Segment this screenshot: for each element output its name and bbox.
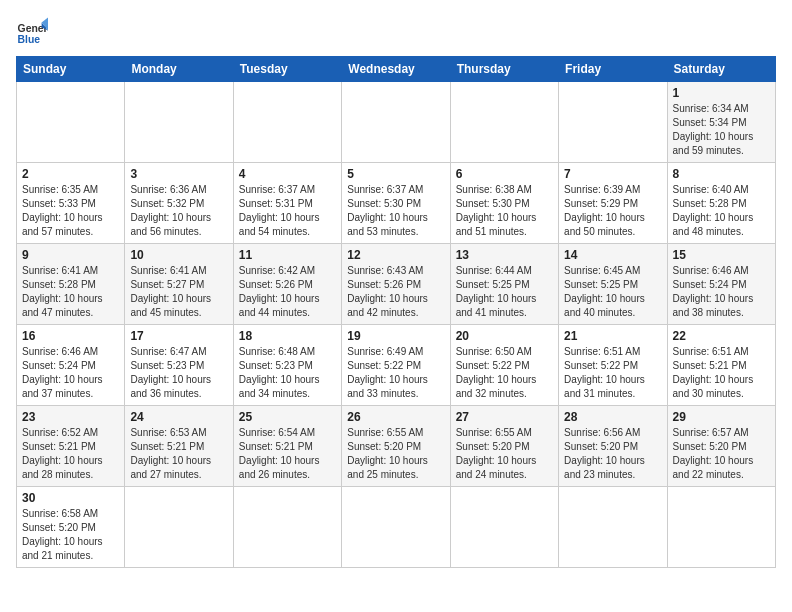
calendar-cell — [125, 487, 233, 568]
calendar-cell: 24Sunrise: 6:53 AM Sunset: 5:21 PM Dayli… — [125, 406, 233, 487]
day-info: Sunrise: 6:45 AM Sunset: 5:25 PM Dayligh… — [564, 264, 661, 320]
day-info: Sunrise: 6:46 AM Sunset: 5:24 PM Dayligh… — [22, 345, 119, 401]
calendar-cell: 9Sunrise: 6:41 AM Sunset: 5:28 PM Daylig… — [17, 244, 125, 325]
header-day-monday: Monday — [125, 57, 233, 82]
calendar-cell: 11Sunrise: 6:42 AM Sunset: 5:26 PM Dayli… — [233, 244, 341, 325]
day-info: Sunrise: 6:37 AM Sunset: 5:31 PM Dayligh… — [239, 183, 336, 239]
day-number: 22 — [673, 329, 770, 343]
day-number: 2 — [22, 167, 119, 181]
day-number: 13 — [456, 248, 553, 262]
day-number: 10 — [130, 248, 227, 262]
week-row-1: 2Sunrise: 6:35 AM Sunset: 5:33 PM Daylig… — [17, 163, 776, 244]
day-info: Sunrise: 6:58 AM Sunset: 5:20 PM Dayligh… — [22, 507, 119, 563]
day-info: Sunrise: 6:46 AM Sunset: 5:24 PM Dayligh… — [673, 264, 770, 320]
calendar-cell: 7Sunrise: 6:39 AM Sunset: 5:29 PM Daylig… — [559, 163, 667, 244]
calendar-cell: 27Sunrise: 6:55 AM Sunset: 5:20 PM Dayli… — [450, 406, 558, 487]
day-number: 25 — [239, 410, 336, 424]
day-number: 20 — [456, 329, 553, 343]
day-number: 18 — [239, 329, 336, 343]
day-number: 5 — [347, 167, 444, 181]
day-number: 24 — [130, 410, 227, 424]
logo: General Blue — [16, 16, 48, 48]
calendar-cell — [559, 487, 667, 568]
calendar-cell: 8Sunrise: 6:40 AM Sunset: 5:28 PM Daylig… — [667, 163, 775, 244]
day-info: Sunrise: 6:51 AM Sunset: 5:21 PM Dayligh… — [673, 345, 770, 401]
calendar-cell: 26Sunrise: 6:55 AM Sunset: 5:20 PM Dayli… — [342, 406, 450, 487]
day-info: Sunrise: 6:57 AM Sunset: 5:20 PM Dayligh… — [673, 426, 770, 482]
day-number: 27 — [456, 410, 553, 424]
calendar-cell: 18Sunrise: 6:48 AM Sunset: 5:23 PM Dayli… — [233, 325, 341, 406]
week-row-3: 16Sunrise: 6:46 AM Sunset: 5:24 PM Dayli… — [17, 325, 776, 406]
header: General Blue — [16, 16, 776, 48]
calendar-cell — [450, 82, 558, 163]
day-number: 8 — [673, 167, 770, 181]
calendar-cell: 13Sunrise: 6:44 AM Sunset: 5:25 PM Dayli… — [450, 244, 558, 325]
day-number: 9 — [22, 248, 119, 262]
calendar-cell: 23Sunrise: 6:52 AM Sunset: 5:21 PM Dayli… — [17, 406, 125, 487]
day-number: 23 — [22, 410, 119, 424]
day-info: Sunrise: 6:34 AM Sunset: 5:34 PM Dayligh… — [673, 102, 770, 158]
day-number: 30 — [22, 491, 119, 505]
week-row-2: 9Sunrise: 6:41 AM Sunset: 5:28 PM Daylig… — [17, 244, 776, 325]
calendar-cell: 14Sunrise: 6:45 AM Sunset: 5:25 PM Dayli… — [559, 244, 667, 325]
day-info: Sunrise: 6:38 AM Sunset: 5:30 PM Dayligh… — [456, 183, 553, 239]
calendar-cell: 16Sunrise: 6:46 AM Sunset: 5:24 PM Dayli… — [17, 325, 125, 406]
week-row-0: 1Sunrise: 6:34 AM Sunset: 5:34 PM Daylig… — [17, 82, 776, 163]
day-info: Sunrise: 6:49 AM Sunset: 5:22 PM Dayligh… — [347, 345, 444, 401]
day-info: Sunrise: 6:39 AM Sunset: 5:29 PM Dayligh… — [564, 183, 661, 239]
calendar-cell: 21Sunrise: 6:51 AM Sunset: 5:22 PM Dayli… — [559, 325, 667, 406]
day-info: Sunrise: 6:56 AM Sunset: 5:20 PM Dayligh… — [564, 426, 661, 482]
day-number: 6 — [456, 167, 553, 181]
header-day-saturday: Saturday — [667, 57, 775, 82]
calendar-cell — [233, 82, 341, 163]
day-info: Sunrise: 6:41 AM Sunset: 5:28 PM Dayligh… — [22, 264, 119, 320]
day-number: 26 — [347, 410, 444, 424]
week-row-5: 30Sunrise: 6:58 AM Sunset: 5:20 PM Dayli… — [17, 487, 776, 568]
day-info: Sunrise: 6:48 AM Sunset: 5:23 PM Dayligh… — [239, 345, 336, 401]
day-info: Sunrise: 6:54 AM Sunset: 5:21 PM Dayligh… — [239, 426, 336, 482]
day-number: 3 — [130, 167, 227, 181]
week-row-4: 23Sunrise: 6:52 AM Sunset: 5:21 PM Dayli… — [17, 406, 776, 487]
calendar-cell: 15Sunrise: 6:46 AM Sunset: 5:24 PM Dayli… — [667, 244, 775, 325]
calendar-cell — [17, 82, 125, 163]
day-number: 21 — [564, 329, 661, 343]
day-number: 12 — [347, 248, 444, 262]
day-info: Sunrise: 6:35 AM Sunset: 5:33 PM Dayligh… — [22, 183, 119, 239]
day-info: Sunrise: 6:36 AM Sunset: 5:32 PM Dayligh… — [130, 183, 227, 239]
day-info: Sunrise: 6:55 AM Sunset: 5:20 PM Dayligh… — [347, 426, 444, 482]
calendar-cell — [667, 487, 775, 568]
day-number: 17 — [130, 329, 227, 343]
calendar-table: SundayMondayTuesdayWednesdayThursdayFrid… — [16, 56, 776, 568]
calendar-cell — [450, 487, 558, 568]
calendar-cell: 29Sunrise: 6:57 AM Sunset: 5:20 PM Dayli… — [667, 406, 775, 487]
calendar-cell: 30Sunrise: 6:58 AM Sunset: 5:20 PM Dayli… — [17, 487, 125, 568]
day-info: Sunrise: 6:52 AM Sunset: 5:21 PM Dayligh… — [22, 426, 119, 482]
calendar-cell — [342, 487, 450, 568]
day-number: 4 — [239, 167, 336, 181]
day-info: Sunrise: 6:37 AM Sunset: 5:30 PM Dayligh… — [347, 183, 444, 239]
day-number: 29 — [673, 410, 770, 424]
day-info: Sunrise: 6:43 AM Sunset: 5:26 PM Dayligh… — [347, 264, 444, 320]
calendar-cell: 25Sunrise: 6:54 AM Sunset: 5:21 PM Dayli… — [233, 406, 341, 487]
calendar-cell: 12Sunrise: 6:43 AM Sunset: 5:26 PM Dayli… — [342, 244, 450, 325]
day-number: 19 — [347, 329, 444, 343]
calendar-cell — [125, 82, 233, 163]
calendar-cell: 6Sunrise: 6:38 AM Sunset: 5:30 PM Daylig… — [450, 163, 558, 244]
calendar-cell: 20Sunrise: 6:50 AM Sunset: 5:22 PM Dayli… — [450, 325, 558, 406]
day-number: 28 — [564, 410, 661, 424]
header-day-sunday: Sunday — [17, 57, 125, 82]
day-info: Sunrise: 6:44 AM Sunset: 5:25 PM Dayligh… — [456, 264, 553, 320]
day-number: 15 — [673, 248, 770, 262]
day-info: Sunrise: 6:47 AM Sunset: 5:23 PM Dayligh… — [130, 345, 227, 401]
calendar-header-row: SundayMondayTuesdayWednesdayThursdayFrid… — [17, 57, 776, 82]
calendar-cell: 22Sunrise: 6:51 AM Sunset: 5:21 PM Dayli… — [667, 325, 775, 406]
day-info: Sunrise: 6:42 AM Sunset: 5:26 PM Dayligh… — [239, 264, 336, 320]
calendar-cell: 3Sunrise: 6:36 AM Sunset: 5:32 PM Daylig… — [125, 163, 233, 244]
svg-text:Blue: Blue — [18, 34, 41, 45]
calendar-cell: 5Sunrise: 6:37 AM Sunset: 5:30 PM Daylig… — [342, 163, 450, 244]
header-day-wednesday: Wednesday — [342, 57, 450, 82]
calendar-cell — [342, 82, 450, 163]
day-number: 7 — [564, 167, 661, 181]
calendar-cell: 4Sunrise: 6:37 AM Sunset: 5:31 PM Daylig… — [233, 163, 341, 244]
day-info: Sunrise: 6:40 AM Sunset: 5:28 PM Dayligh… — [673, 183, 770, 239]
